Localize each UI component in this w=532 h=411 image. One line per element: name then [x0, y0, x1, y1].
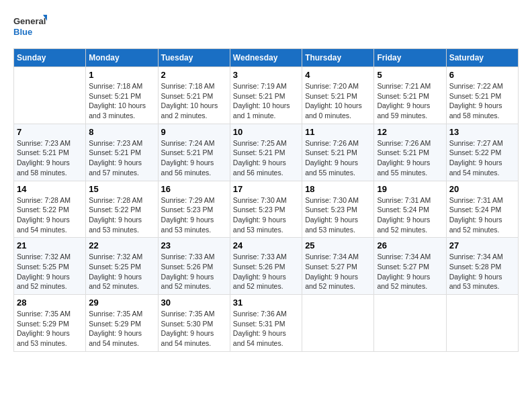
calendar-cell: 27Sunrise: 7:34 AM Sunset: 5:28 PM Dayli… — [446, 238, 518, 295]
svg-text:General: General — [13, 16, 46, 26]
calendar-cell — [302, 295, 374, 352]
day-info: Sunrise: 7:24 AM Sunset: 5:21 PM Dayligh… — [161, 138, 227, 178]
day-info: Sunrise: 7:34 AM Sunset: 5:28 PM Dayligh… — [449, 252, 515, 291]
day-info: Sunrise: 7:27 AM Sunset: 5:22 PM Dayligh… — [449, 138, 515, 178]
day-info: Sunrise: 7:21 AM Sunset: 5:21 PM Dayligh… — [377, 81, 443, 121]
day-header-saturday: Saturday — [446, 49, 518, 67]
calendar-week-row: 21Sunrise: 7:32 AM Sunset: 5:25 PM Dayli… — [14, 238, 519, 295]
day-number: 15 — [89, 184, 154, 194]
calendar-cell: 24Sunrise: 7:33 AM Sunset: 5:26 PM Dayli… — [230, 238, 302, 295]
day-number: 24 — [233, 240, 299, 250]
day-info: Sunrise: 7:35 AM Sunset: 5:29 PM Dayligh… — [17, 309, 83, 349]
calendar-cell: 10Sunrise: 7:25 AM Sunset: 5:21 PM Dayli… — [230, 124, 302, 181]
day-info: Sunrise: 7:30 AM Sunset: 5:23 PM Dayligh… — [233, 195, 299, 235]
day-info: Sunrise: 7:22 AM Sunset: 5:21 PM Dayligh… — [449, 81, 515, 121]
day-info: Sunrise: 7:20 AM Sunset: 5:21 PM Dayligh… — [305, 81, 371, 121]
calendar-cell: 4Sunrise: 7:20 AM Sunset: 5:21 PM Daylig… — [302, 67, 374, 124]
day-number: 18 — [305, 184, 371, 194]
day-number: 22 — [89, 240, 154, 250]
day-header-friday: Friday — [374, 49, 446, 67]
day-header-wednesday: Wednesday — [230, 49, 302, 67]
calendar-cell: 3Sunrise: 7:19 AM Sunset: 5:21 PM Daylig… — [230, 67, 302, 124]
day-number: 19 — [377, 184, 443, 194]
day-number: 21 — [17, 240, 83, 250]
day-number: 6 — [449, 70, 515, 80]
calendar-cell: 26Sunrise: 7:34 AM Sunset: 5:27 PM Dayli… — [374, 238, 446, 295]
calendar-week-row: 7Sunrise: 7:23 AM Sunset: 5:21 PM Daylig… — [14, 124, 519, 181]
header: General Blue — [13, 13, 519, 42]
calendar-cell: 28Sunrise: 7:35 AM Sunset: 5:29 PM Dayli… — [14, 295, 86, 352]
day-number: 9 — [161, 127, 227, 137]
calendar-table: SundayMondayTuesdayWednesdayThursdayFrid… — [13, 48, 519, 352]
calendar-cell — [14, 67, 86, 124]
day-number: 11 — [305, 127, 371, 137]
day-number: 13 — [449, 127, 515, 137]
calendar-cell: 21Sunrise: 7:32 AM Sunset: 5:25 PM Dayli… — [14, 238, 86, 295]
calendar-cell: 19Sunrise: 7:31 AM Sunset: 5:24 PM Dayli… — [374, 181, 446, 238]
day-number: 27 — [449, 240, 515, 250]
day-info: Sunrise: 7:23 AM Sunset: 5:21 PM Dayligh… — [89, 138, 154, 178]
day-info: Sunrise: 7:23 AM Sunset: 5:21 PM Dayligh… — [17, 138, 83, 178]
calendar-cell: 11Sunrise: 7:26 AM Sunset: 5:21 PM Dayli… — [302, 124, 374, 181]
calendar-week-row: 28Sunrise: 7:35 AM Sunset: 5:29 PM Dayli… — [14, 295, 519, 352]
day-number: 7 — [17, 127, 83, 137]
day-number: 31 — [233, 298, 299, 308]
day-info: Sunrise: 7:25 AM Sunset: 5:21 PM Dayligh… — [233, 138, 299, 178]
svg-text:Blue: Blue — [13, 27, 32, 37]
calendar-cell: 12Sunrise: 7:26 AM Sunset: 5:21 PM Dayli… — [374, 124, 446, 181]
calendar-header-row: SundayMondayTuesdayWednesdayThursdayFrid… — [14, 49, 519, 67]
calendar-cell — [374, 295, 446, 352]
day-number: 25 — [305, 240, 371, 250]
day-info: Sunrise: 7:35 AM Sunset: 5:29 PM Dayligh… — [89, 309, 154, 349]
calendar-cell: 15Sunrise: 7:28 AM Sunset: 5:22 PM Dayli… — [86, 181, 158, 238]
calendar-cell — [446, 295, 518, 352]
day-info: Sunrise: 7:35 AM Sunset: 5:30 PM Dayligh… — [161, 309, 227, 349]
day-info: Sunrise: 7:29 AM Sunset: 5:23 PM Dayligh… — [161, 195, 227, 235]
calendar-cell: 22Sunrise: 7:32 AM Sunset: 5:25 PM Dayli… — [86, 238, 158, 295]
calendar-cell: 29Sunrise: 7:35 AM Sunset: 5:29 PM Dayli… — [86, 295, 158, 352]
day-number: 16 — [161, 184, 227, 194]
calendar-cell: 9Sunrise: 7:24 AM Sunset: 5:21 PM Daylig… — [158, 124, 230, 181]
day-number: 10 — [233, 127, 299, 137]
day-number: 30 — [161, 298, 227, 308]
day-info: Sunrise: 7:34 AM Sunset: 5:27 PM Dayligh… — [305, 252, 371, 291]
day-info: Sunrise: 7:18 AM Sunset: 5:21 PM Dayligh… — [89, 81, 154, 121]
day-info: Sunrise: 7:33 AM Sunset: 5:26 PM Dayligh… — [161, 252, 227, 291]
day-number: 8 — [89, 127, 154, 137]
day-info: Sunrise: 7:28 AM Sunset: 5:22 PM Dayligh… — [89, 195, 154, 235]
calendar-cell: 18Sunrise: 7:30 AM Sunset: 5:23 PM Dayli… — [302, 181, 374, 238]
calendar-cell: 5Sunrise: 7:21 AM Sunset: 5:21 PM Daylig… — [374, 67, 446, 124]
day-info: Sunrise: 7:36 AM Sunset: 5:31 PM Dayligh… — [233, 309, 299, 349]
day-info: Sunrise: 7:30 AM Sunset: 5:23 PM Dayligh… — [305, 195, 371, 235]
calendar-cell: 20Sunrise: 7:31 AM Sunset: 5:24 PM Dayli… — [446, 181, 518, 238]
day-info: Sunrise: 7:33 AM Sunset: 5:26 PM Dayligh… — [233, 252, 299, 291]
day-number: 14 — [17, 184, 83, 194]
day-number: 17 — [233, 184, 299, 194]
calendar-cell: 8Sunrise: 7:23 AM Sunset: 5:21 PM Daylig… — [86, 124, 158, 181]
day-number: 26 — [377, 240, 443, 250]
calendar-cell: 1Sunrise: 7:18 AM Sunset: 5:21 PM Daylig… — [86, 67, 158, 124]
day-number: 29 — [89, 298, 154, 308]
calendar-cell: 7Sunrise: 7:23 AM Sunset: 5:21 PM Daylig… — [14, 124, 86, 181]
day-info: Sunrise: 7:34 AM Sunset: 5:27 PM Dayligh… — [377, 252, 443, 291]
day-number: 2 — [161, 70, 227, 80]
day-number: 12 — [377, 127, 443, 137]
day-header-monday: Monday — [86, 49, 158, 67]
calendar-cell: 23Sunrise: 7:33 AM Sunset: 5:26 PM Dayli… — [158, 238, 230, 295]
day-info: Sunrise: 7:32 AM Sunset: 5:25 PM Dayligh… — [17, 252, 83, 291]
day-number: 4 — [305, 70, 371, 80]
day-header-sunday: Sunday — [14, 49, 86, 67]
day-header-tuesday: Tuesday — [158, 49, 230, 67]
day-info: Sunrise: 7:31 AM Sunset: 5:24 PM Dayligh… — [377, 195, 443, 235]
calendar-cell: 2Sunrise: 7:18 AM Sunset: 5:21 PM Daylig… — [158, 67, 230, 124]
day-number: 3 — [233, 70, 299, 80]
day-info: Sunrise: 7:32 AM Sunset: 5:25 PM Dayligh… — [89, 252, 154, 291]
day-info: Sunrise: 7:28 AM Sunset: 5:22 PM Dayligh… — [17, 195, 83, 235]
day-number: 23 — [161, 240, 227, 250]
calendar-cell: 17Sunrise: 7:30 AM Sunset: 5:23 PM Dayli… — [230, 181, 302, 238]
calendar-week-row: 14Sunrise: 7:28 AM Sunset: 5:22 PM Dayli… — [14, 181, 519, 238]
day-info: Sunrise: 7:19 AM Sunset: 5:21 PM Dayligh… — [233, 81, 299, 121]
day-number: 20 — [449, 184, 515, 194]
day-number: 1 — [89, 70, 154, 80]
day-number: 28 — [17, 298, 83, 308]
